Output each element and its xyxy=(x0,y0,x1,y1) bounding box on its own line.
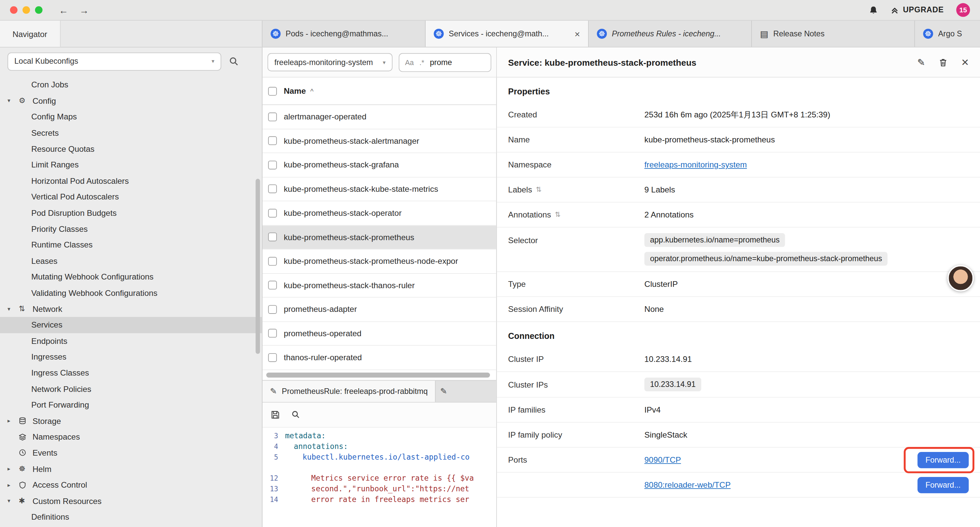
sidebar-item-port-forwarding[interactable]: Port Forwarding xyxy=(0,397,262,413)
sidebar-item-secrets[interactable]: Secrets xyxy=(0,125,262,141)
port-link[interactable]: 9090/TCP xyxy=(644,455,681,464)
search-input[interactable]: Aa .* prome xyxy=(399,53,491,72)
sidebar-item-namespaces[interactable]: Namespaces xyxy=(0,429,262,445)
tab-close-icon[interactable]: × xyxy=(574,29,580,38)
sidebar-item-config[interactable]: ▾⚙Config xyxy=(0,93,262,109)
detail-value: IPv4 xyxy=(644,405,661,415)
search-value: prome xyxy=(430,58,452,66)
sidebar-item-priority-classes[interactable]: Priority Classes xyxy=(0,221,262,237)
table-row[interactable]: kube-prometheus-stack-alertmanager xyxy=(262,129,496,153)
sidebar-item-runtime-classes[interactable]: Runtime Classes xyxy=(0,237,262,253)
sidebar-item-definitions[interactable]: Definitions xyxy=(0,509,262,525)
match-case-toggle[interactable]: Aa xyxy=(405,58,414,66)
sidebar-item-events[interactable]: Events xyxy=(0,445,262,461)
row-checkbox[interactable] xyxy=(268,112,277,121)
table-row[interactable]: kube-prometheus-stack-kube-state-metrics xyxy=(262,177,496,201)
sidebar-item-custom-resources[interactable]: ▾✱Custom Resources xyxy=(0,493,262,509)
table-row[interactable]: kube-prometheus-stack-grafana xyxy=(262,153,496,177)
sidebar-item-cron-jobs[interactable]: Cron Jobs xyxy=(0,77,262,93)
sidebar-item-validating-webhook-configurations[interactable]: Validating Webhook Configurations xyxy=(0,285,262,301)
sidebar-item-services[interactable]: Services xyxy=(0,317,262,333)
sidebar-item-leases[interactable]: Leases xyxy=(0,253,262,269)
table-row[interactable]: kube-prometheus-stack-prometheus-node-ex… xyxy=(262,250,496,274)
sidebar-item-network[interactable]: ▾⇅Network xyxy=(0,301,262,317)
editor-tab-partial[interactable]: ✎ xyxy=(436,380,496,401)
code-line xyxy=(262,462,496,473)
upgrade-button[interactable]: UPGRADE xyxy=(890,6,943,14)
table-row[interactable]: prometheus-operated xyxy=(262,322,496,345)
sidebar-item-config-maps[interactable]: Config Maps xyxy=(0,109,262,125)
detail-key: Created xyxy=(508,110,644,119)
regex-toggle[interactable]: .* xyxy=(419,58,424,66)
sidebar-item-limit-ranges[interactable]: Limit Ranges xyxy=(0,157,262,173)
table-row[interactable]: prometheus-adapter xyxy=(262,298,496,322)
detail-value: SingleStack xyxy=(644,430,687,439)
row-checkbox[interactable] xyxy=(268,353,277,361)
namespace-link[interactable]: freeleaps-monitoring-system xyxy=(644,160,747,169)
forward-button[interactable]: Forward... xyxy=(917,452,969,468)
tab-prometheus-rules-icecheng[interactable]: ☸Prometheus Rules - icecheng... xyxy=(589,21,752,47)
sidebar-item-network-policies[interactable]: Network Policies xyxy=(0,381,262,397)
scrollbar-thumb[interactable] xyxy=(266,372,490,377)
table-row[interactable]: kube-prometheus-stack-operator xyxy=(262,201,496,226)
row-checkbox[interactable] xyxy=(268,161,277,169)
editor-search-icon[interactable] xyxy=(291,410,300,419)
table-row[interactable]: kube-prometheus-stack-prometheus xyxy=(262,226,496,250)
sidebar-item-horizontal-pod-autoscalers[interactable]: Horizontal Pod Autoscalers xyxy=(0,173,262,189)
name-column-header[interactable]: Name xyxy=(284,86,306,96)
sidebar-item-access-control[interactable]: ▸Access Control xyxy=(0,477,262,493)
row-checkbox[interactable] xyxy=(268,137,277,145)
delete-button[interactable] xyxy=(939,58,948,66)
sidebar-item-storage[interactable]: ▸Storage xyxy=(0,413,262,429)
events-icon xyxy=(19,449,32,457)
sidebar-item-resource-quotas[interactable]: Resource Quotas xyxy=(0,141,262,157)
forward-button[interactable]: Forward... xyxy=(917,477,969,493)
sort-icon[interactable]: ⇅ xyxy=(555,211,560,219)
sidebar-search-icon[interactable] xyxy=(229,56,239,66)
back-button[interactable]: ← xyxy=(59,5,68,15)
sidebar-item-vertical-pod-autoscalers[interactable]: Vertical Pod Autoscalers xyxy=(0,189,262,205)
navigator-tab[interactable]: Navigator xyxy=(0,21,60,47)
row-checkbox[interactable] xyxy=(268,329,277,338)
row-checkbox[interactable] xyxy=(268,305,277,314)
namespace-filter[interactable]: freeleaps-monitoring-system ▾ xyxy=(267,53,393,71)
detail-key: Name xyxy=(508,135,644,145)
yaml-editor[interactable]: 3metadata:4annotations:5kubectl.kubernet… xyxy=(262,427,496,527)
sidebar-item-mutating-webhook-configurations[interactable]: Mutating Webhook Configurations xyxy=(0,269,262,285)
forward-button[interactable]: → xyxy=(80,5,89,15)
close-window-button[interactable] xyxy=(10,6,18,14)
row-checkbox[interactable] xyxy=(268,281,277,290)
row-checkbox[interactable] xyxy=(268,209,277,218)
row-checkbox[interactable] xyxy=(268,233,277,242)
horizontal-scrollbar[interactable] xyxy=(262,370,496,380)
save-icon[interactable] xyxy=(270,410,280,419)
table-row[interactable]: thanos-ruler-operated xyxy=(262,345,496,369)
sidebar-item-ingress-classes[interactable]: Ingress Classes xyxy=(0,365,262,381)
tab-pods-icecheng-mathmas[interactable]: ☸Pods - icecheng@mathmas... xyxy=(262,21,426,47)
tab-argo-s[interactable]: ☸Argo S xyxy=(915,21,980,47)
tab-release-notes[interactable]: ▤Release Notes xyxy=(752,21,915,47)
editor-tab-prometheusrule[interactable]: ✎ PrometheusRule: freeleaps-prod-rabbitm… xyxy=(262,380,436,401)
row-checkbox[interactable] xyxy=(268,257,277,266)
scrollbar-thumb[interactable] xyxy=(256,179,260,354)
tab-services-icecheng-math[interactable]: ☸Services - icecheng@math...× xyxy=(426,21,589,47)
zoom-window-button[interactable] xyxy=(35,6,42,14)
sidebar-item-pod-disruption-budgets[interactable]: Pod Disruption Budgets xyxy=(0,205,262,221)
notifications-bell-icon[interactable] xyxy=(869,5,878,15)
table-row[interactable]: kube-prometheus-stack-thanos-ruler xyxy=(262,274,496,298)
row-checkbox[interactable] xyxy=(268,185,277,193)
select-all-checkbox[interactable] xyxy=(268,87,277,96)
sidebar-item-endpoints[interactable]: Endpoints xyxy=(0,333,262,349)
kubeconfig-selector[interactable]: Local Kubeconfigs ▾ xyxy=(7,53,221,70)
close-button[interactable]: × xyxy=(961,55,969,69)
sort-icon[interactable]: ⇅ xyxy=(536,186,541,194)
minimize-window-button[interactable] xyxy=(22,6,30,14)
sidebar-scrollbar[interactable] xyxy=(256,79,260,522)
sidebar-item-ingresses[interactable]: Ingresses xyxy=(0,349,262,365)
port-link[interactable]: 8080:reloader-web/TCP xyxy=(644,480,731,489)
edit-button[interactable]: ✎ xyxy=(917,57,925,68)
table-row[interactable]: alertmanager-operated xyxy=(262,105,496,129)
avatar[interactable] xyxy=(948,265,974,291)
notification-count-badge[interactable]: 15 xyxy=(956,3,970,17)
sidebar-item-helm[interactable]: ▸☸Helm xyxy=(0,461,262,477)
